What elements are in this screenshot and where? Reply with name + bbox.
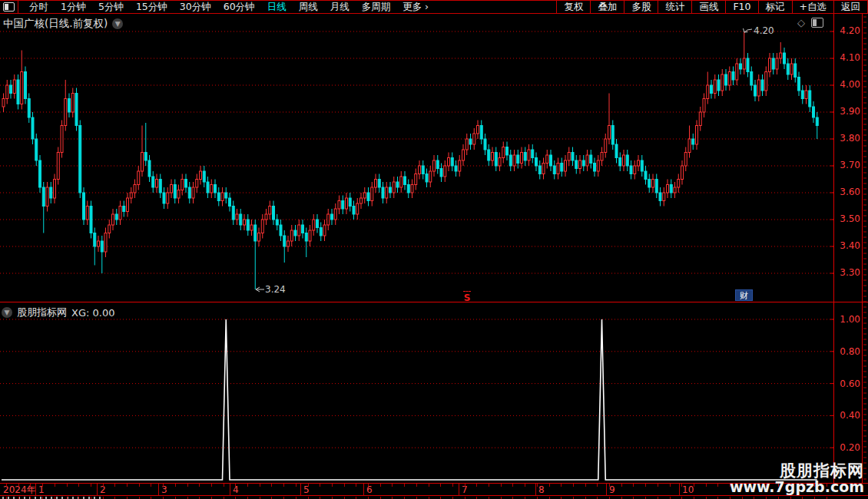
month-divider bbox=[230, 484, 230, 495]
chevron-down-icon[interactable]: ▼ bbox=[2, 307, 12, 318]
axis-tick bbox=[199, 484, 200, 487]
axis-tick bbox=[55, 484, 55, 487]
tool-button-复权[interactable]: 复权 bbox=[557, 1, 591, 13]
month-label: 9 bbox=[609, 485, 615, 494]
axis-tick bbox=[694, 484, 694, 487]
divider bbox=[18, 1, 18, 13]
axis-tick bbox=[670, 484, 671, 487]
axis-tick bbox=[187, 484, 188, 487]
axis-tick bbox=[633, 484, 634, 487]
tool-button-返回[interactable]: 返回 bbox=[834, 1, 868, 13]
price-axis-label: 3.80 bbox=[834, 133, 860, 144]
axis-tick bbox=[260, 484, 260, 487]
month-divider bbox=[35, 484, 36, 495]
period-tab-分时[interactable]: 分时 bbox=[23, 1, 55, 13]
period-tab-周线[interactable]: 周线 bbox=[293, 1, 324, 13]
price-axis-label: 4.10 bbox=[834, 52, 860, 63]
month-divider bbox=[97, 484, 98, 495]
price-axis-label: 3.30 bbox=[834, 267, 860, 278]
sell-signal-marker: S bbox=[463, 291, 471, 302]
price-axis-label: 3.70 bbox=[834, 160, 860, 170]
month-label: 1 bbox=[38, 485, 45, 494]
period-tab-1分钟[interactable]: 1分钟 bbox=[55, 1, 92, 13]
axis-tick bbox=[681, 484, 682, 487]
tool-button-画线[interactable]: 画线 bbox=[692, 1, 726, 13]
axis-tick bbox=[476, 484, 477, 487]
window-layout-icon[interactable] bbox=[3, 2, 15, 12]
tool-button-统计[interactable]: 统计 bbox=[658, 1, 692, 13]
period-tab-15分钟[interactable]: 15分钟 bbox=[130, 1, 174, 13]
axis-tick bbox=[283, 484, 284, 487]
high-price-annotation: 4.20 bbox=[754, 25, 774, 36]
period-tab-30分钟[interactable]: 30分钟 bbox=[174, 1, 217, 13]
axis-tick bbox=[235, 484, 236, 487]
axis-tick bbox=[78, 484, 79, 487]
axis-tick bbox=[114, 484, 115, 487]
axis-tick bbox=[42, 484, 43, 487]
axis-tick bbox=[224, 484, 224, 487]
period-tab-60分钟[interactable]: 60分钟 bbox=[217, 1, 261, 13]
period-tab-更多 ›[interactable]: 更多 › bbox=[396, 1, 435, 13]
axis-tick bbox=[308, 484, 309, 487]
axis-tick bbox=[717, 484, 718, 487]
axis-tick bbox=[368, 484, 369, 487]
diamond-icon[interactable]: ◇ bbox=[797, 17, 805, 28]
axis-tick bbox=[645, 484, 646, 487]
tool-menu: 复权叠加多股统计画线F10标记+自选返回 bbox=[556, 1, 868, 13]
axis-tick bbox=[416, 484, 417, 487]
axis-tick bbox=[537, 484, 538, 487]
axis-tick bbox=[573, 484, 574, 487]
chart-title-row: 中国广核(日线.前复权) ▼ bbox=[3, 17, 123, 31]
axis-tick bbox=[440, 484, 441, 487]
cai-news-badge[interactable]: 财 bbox=[735, 289, 753, 301]
axis-tick bbox=[609, 484, 610, 487]
tool-button-多股[interactable]: 多股 bbox=[624, 1, 658, 13]
xg-axis-label: 0.60 bbox=[834, 378, 860, 389]
axis-tick bbox=[18, 484, 19, 487]
window-icon[interactable] bbox=[811, 18, 823, 28]
month-label: 10 bbox=[682, 485, 694, 494]
tool-button-+自选[interactable]: +自选 bbox=[793, 1, 834, 13]
tool-button-F10[interactable]: F10 bbox=[726, 1, 758, 13]
axis-tick bbox=[163, 484, 164, 487]
tool-button-标记[interactable]: 标记 bbox=[759, 1, 793, 13]
price-axis-label: 3.40 bbox=[834, 240, 860, 251]
axis-tick bbox=[549, 484, 550, 487]
month-label: 8 bbox=[538, 485, 545, 494]
watermark-site-url: www.7gpzb.com bbox=[730, 478, 864, 495]
period-tab-日线[interactable]: 日线 bbox=[261, 1, 293, 13]
axis-tick bbox=[6, 484, 7, 487]
month-divider bbox=[459, 484, 459, 495]
period-menu: 分时1分钟5分钟15分钟30分钟60分钟日线周线月线多周期更多 › bbox=[0, 1, 435, 13]
period-tab-多周期[interactable]: 多周期 bbox=[356, 1, 397, 13]
axis-tick bbox=[621, 484, 622, 487]
chevron-down-icon[interactable]: ▼ bbox=[112, 18, 123, 29]
period-tab-月线[interactable]: 月线 bbox=[324, 1, 356, 13]
axis-tick bbox=[91, 484, 91, 487]
axis-tick bbox=[429, 484, 429, 487]
axis-tick bbox=[211, 484, 212, 487]
axis-tick bbox=[452, 484, 453, 487]
period-tab-5分钟[interactable]: 5分钟 bbox=[92, 1, 130, 13]
axis-tick bbox=[344, 484, 345, 487]
price-axis-label: 4.00 bbox=[834, 79, 860, 90]
price-axis-label: 3.50 bbox=[834, 213, 860, 224]
axis-tick bbox=[512, 484, 513, 487]
kline-canvas[interactable] bbox=[0, 0, 868, 499]
axis-tick bbox=[525, 484, 525, 487]
axis-tick bbox=[151, 484, 151, 487]
bottom-strip bbox=[0, 495, 868, 499]
axis-tick bbox=[380, 484, 381, 487]
axis-tick bbox=[392, 484, 393, 487]
axis-tick bbox=[175, 484, 176, 487]
xg-axis-label: 0.20 bbox=[834, 442, 860, 453]
low-price-annotation: 3.24 bbox=[265, 284, 286, 295]
price-axis-label: 3.90 bbox=[834, 106, 860, 117]
tool-button-叠加[interactable]: 叠加 bbox=[591, 1, 624, 13]
month-divider bbox=[679, 484, 680, 495]
month-divider bbox=[158, 484, 159, 495]
month-divider bbox=[363, 484, 364, 495]
axis-tick bbox=[585, 484, 586, 487]
axis-tick bbox=[103, 484, 104, 487]
price-axis-label: 3.60 bbox=[834, 187, 860, 197]
